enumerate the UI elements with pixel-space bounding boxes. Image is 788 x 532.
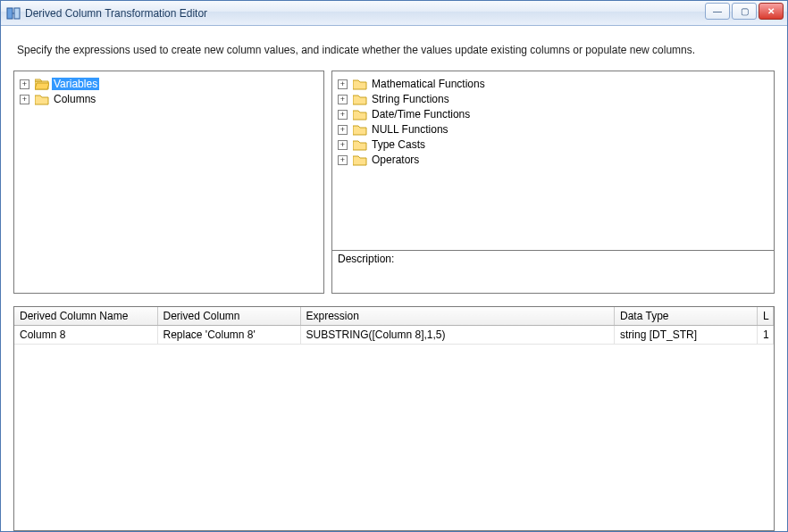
folder-icon	[35, 94, 49, 105]
maximize-button[interactable]: ▢	[732, 3, 757, 20]
expand-icon[interactable]: +	[20, 95, 29, 104]
cell-derived-column[interactable]: Replace 'Column 8'	[157, 326, 300, 345]
instructions-text: Specify the expressions used to create n…	[17, 44, 771, 56]
tree-label[interactable]: Variables	[52, 78, 99, 90]
folder-icon	[353, 124, 367, 136]
grid-header[interactable]: Data Type	[615, 307, 758, 326]
tree-node-null-functions[interactable]: + NULL Functions	[338, 122, 768, 137]
tree-node-columns[interactable]: + Columns	[20, 92, 318, 106]
tree-node-datetime-functions[interactable]: + Date/Time Functions	[338, 107, 768, 121]
columns-grid[interactable]: Derived Column Name Derived Column Expre…	[13, 306, 775, 531]
expand-icon[interactable]: +	[338, 155, 348, 165]
cell-derived-column-name[interactable]: Column 8	[14, 326, 157, 345]
grid-table: Derived Column Name Derived Column Expre…	[14, 307, 774, 345]
svg-rect-0	[7, 8, 13, 19]
folder-icon	[353, 109, 367, 121]
table-row[interactable]: Column 8 Replace 'Column 8' SUBSTRING([C…	[14, 326, 774, 345]
variables-columns-pane[interactable]: + Variables +	[13, 71, 324, 294]
tree-panes: + Variables +	[13, 71, 775, 294]
folder-icon	[353, 79, 367, 90]
description-panel: Description:	[332, 250, 774, 293]
expand-icon[interactable]: +	[338, 95, 348, 104]
svg-rect-1	[14, 8, 20, 19]
tree-node-operators[interactable]: + Operators	[338, 153, 768, 167]
expand-icon[interactable]: +	[338, 110, 348, 120]
tree-label[interactable]: Columns	[52, 93, 97, 105]
cell-expression[interactable]: SUBSTRING([Column 8],1,5)	[300, 326, 615, 345]
grid-header-row: Derived Column Name Derived Column Expre…	[14, 307, 774, 326]
minimize-button[interactable]: —	[705, 3, 730, 20]
content-area: Specify the expressions used to create n…	[1, 26, 787, 531]
tree-node-string-functions[interactable]: + String Functions	[338, 92, 768, 106]
cell-length[interactable]: 1	[758, 326, 774, 345]
expand-icon[interactable]: +	[338, 125, 348, 135]
close-button[interactable]: ✕	[759, 3, 784, 20]
tree-label[interactable]: Type Casts	[370, 138, 427, 151]
window-title: Derived Column Transformation Editor	[25, 7, 207, 20]
tree-label[interactable]: Date/Time Functions	[370, 108, 472, 121]
cell-data-type[interactable]: string [DT_STR]	[615, 326, 758, 345]
tree-node-variables[interactable]: + Variables	[20, 77, 318, 91]
expand-icon[interactable]: +	[338, 79, 348, 89]
grid-header[interactable]: Derived Column	[157, 307, 300, 326]
expand-icon[interactable]: +	[20, 79, 29, 89]
folder-icon	[353, 154, 367, 166]
tree-label[interactable]: Operators	[370, 154, 421, 166]
app-icon	[6, 6, 21, 21]
tree-node-type-casts[interactable]: + Type Casts	[338, 137, 768, 152]
tree-label[interactable]: Mathematical Functions	[370, 78, 487, 90]
grid-header[interactable]: L	[758, 307, 774, 326]
description-label: Description:	[338, 253, 394, 265]
titlebar[interactable]: Derived Column Transformation Editor — ▢…	[1, 1, 787, 26]
tree-node-math-functions[interactable]: + Mathematical Functions	[338, 77, 768, 91]
folder-icon	[353, 94, 367, 105]
grid-header[interactable]: Derived Column Name	[14, 307, 157, 326]
right-tree: + Mathematical Functions + String Func	[332, 71, 774, 173]
tree-label[interactable]: NULL Functions	[370, 123, 450, 136]
folder-icon	[353, 139, 367, 151]
grid-header[interactable]: Expression	[300, 307, 615, 326]
expand-icon[interactable]: +	[338, 140, 348, 150]
tree-label[interactable]: String Functions	[370, 93, 451, 105]
editor-window: Derived Column Transformation Editor — ▢…	[0, 0, 788, 532]
functions-pane[interactable]: + Mathematical Functions + String Func	[331, 71, 775, 294]
left-tree: + Variables +	[14, 71, 323, 112]
window-controls: — ▢ ✕	[705, 3, 784, 20]
folder-open-icon	[35, 79, 49, 90]
